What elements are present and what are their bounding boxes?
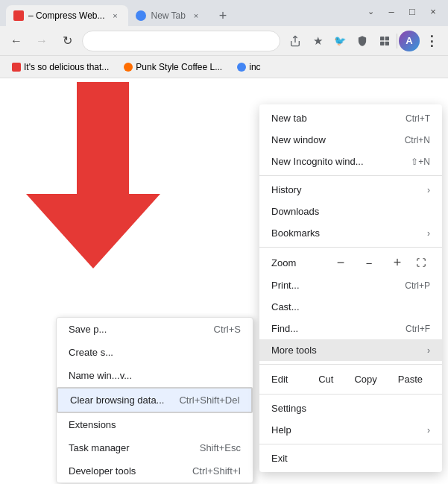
- new-incognito-label: New Incognito wind...: [271, 156, 405, 167]
- more-tools-submenu: Save p... Ctrl+S Create s... Name win...…: [56, 317, 253, 483]
- new-tab-tab[interactable]: New Tab ×: [128, 5, 209, 26]
- find-label: Find...: [271, 323, 400, 334]
- menu-cast[interactable]: Cast...: [259, 296, 442, 318]
- menu-divider-5: [259, 444, 442, 444]
- tab-strip-expand-button[interactable]: ⌄: [362, 3, 379, 21]
- print-shortcut: Ctrl+P: [405, 280, 430, 291]
- submenu-create-shortcut[interactable]: Create s...: [57, 341, 253, 364]
- page-content: Save p... Ctrl+S Create s... Name win...…: [0, 78, 448, 484]
- reload-button[interactable]: ↻: [57, 31, 78, 51]
- more-tools-label: More tools: [271, 345, 421, 356]
- bookmark-item-2[interactable]: Punk Style Coffee L...: [118, 60, 228, 75]
- svg-rect-3: [385, 41, 389, 45]
- submenu-task-manager[interactable]: Task manager Shift+Esc: [57, 436, 253, 459]
- menu-settings[interactable]: Settings: [259, 397, 442, 419]
- compress-web-tab[interactable]: – Compress Web... ×: [6, 5, 128, 26]
- toolbar: ← → ↻ ★ 🐦 A ⋮: [0, 26, 448, 56]
- extensions-label: Extensions: [69, 419, 116, 430]
- new-tab-button[interactable]: +: [212, 5, 233, 26]
- print-label: Print...: [271, 280, 399, 291]
- bookmark-item-3[interactable]: inc: [231, 60, 266, 75]
- submenu-extensions[interactable]: Extensions: [57, 413, 253, 436]
- new-tab-shortcut: Ctrl+T: [406, 113, 430, 124]
- menu-find[interactable]: Find... Ctrl+F: [259, 318, 442, 339]
- new-tab-label: New tab: [271, 113, 400, 124]
- developer-tools-label: Developer tools: [69, 465, 136, 477]
- zoom-value: –: [356, 257, 382, 268]
- share-icon[interactable]: [285, 31, 306, 51]
- new-incognito-shortcut: ⇧+N: [411, 157, 430, 167]
- edit-label: Edit: [271, 374, 305, 385]
- create-shortcut-label: Create s...: [69, 347, 113, 358]
- submenu-save-page[interactable]: Save p... Ctrl+S: [57, 318, 253, 341]
- submenu-name-window[interactable]: Name win...v...: [57, 364, 253, 387]
- menu-new-window[interactable]: New window Ctrl+N: [259, 129, 442, 151]
- red-arrow-1: [45, 82, 160, 268]
- menu-divider-1: [259, 175, 442, 176]
- submenu-developer-tools[interactable]: Developer tools Ctrl+Shift+I: [57, 459, 253, 483]
- submenu-clear-browsing[interactable]: Clear browsing data... Ctrl+Shift+Del: [57, 387, 253, 413]
- menu-divider-3: [259, 364, 442, 365]
- bookmark-favicon-2: [124, 63, 133, 72]
- exit-label: Exit: [271, 453, 430, 464]
- paste-button[interactable]: Paste: [391, 371, 430, 388]
- forward-button[interactable]: →: [31, 31, 52, 51]
- bookmark-item-1[interactable]: It's so delicious that...: [6, 60, 115, 75]
- menu-more-tools[interactable]: More tools ›: [259, 339, 442, 361]
- downloads-label: Downloads: [271, 206, 430, 217]
- task-manager-shortcut: Shift+Esc: [200, 442, 241, 453]
- menu-bookmarks[interactable]: Bookmarks ›: [259, 222, 442, 244]
- pinned-extension-bird-icon[interactable]: 🐦: [329, 31, 350, 51]
- edit-row: Edit Cut Copy Paste: [259, 368, 442, 391]
- find-shortcut: Ctrl+F: [406, 324, 430, 334]
- tab-bar: – Compress Web... × New Tab × +: [6, 0, 233, 26]
- shield-icon[interactable]: [352, 31, 373, 51]
- tab-favicon-newtab: [136, 10, 146, 21]
- name-window-label: Name win...v...: [69, 370, 132, 381]
- extensions-icon[interactable]: [374, 31, 395, 51]
- new-tab-title: New Tab: [151, 10, 185, 21]
- minimize-button[interactable]: –: [382, 3, 400, 21]
- menu-exit[interactable]: Exit: [259, 447, 442, 469]
- menu-print[interactable]: Print... Ctrl+P: [259, 274, 442, 296]
- clear-browsing-label: Clear browsing data...: [70, 395, 164, 406]
- help-arrow: ›: [427, 425, 430, 436]
- task-manager-label: Task manager: [69, 442, 130, 453]
- back-button[interactable]: ←: [6, 31, 27, 51]
- bookmark-favicon-1: [12, 63, 21, 72]
- more-tools-arrow: ›: [427, 345, 430, 356]
- settings-label: Settings: [271, 403, 430, 414]
- developer-tools-shortcut: Ctrl+Shift+I: [192, 465, 241, 477]
- close-button[interactable]: ×: [424, 3, 442, 21]
- zoom-out-button[interactable]: −: [332, 254, 350, 271]
- cut-button[interactable]: Cut: [311, 371, 341, 388]
- bookmark-star-icon[interactable]: ★: [307, 31, 328, 51]
- menu-downloads[interactable]: Downloads: [259, 201, 442, 222]
- menu-new-incognito[interactable]: New Incognito wind... ⇧+N: [259, 151, 442, 172]
- maximize-button[interactable]: □: [403, 3, 421, 21]
- tab-close-compress[interactable]: ×: [109, 10, 121, 22]
- bookmark-label-2: Punk Style Coffee L...: [136, 62, 222, 72]
- profile-avatar[interactable]: A: [399, 31, 420, 51]
- toolbar-separator: [397, 34, 397, 48]
- menu-new-tab[interactable]: New tab Ctrl+T: [259, 107, 442, 129]
- bookmark-label-1: It's so delicious that...: [24, 62, 109, 72]
- cast-label: Cast...: [271, 301, 430, 312]
- chrome-menu-button[interactable]: ⋮: [421, 31, 442, 51]
- title-bar: – Compress Web... × New Tab × + ⌄ – □ ×: [0, 0, 448, 26]
- menu-history[interactable]: History ›: [259, 179, 442, 201]
- new-window-label: New window: [271, 134, 399, 145]
- copy-button[interactable]: Copy: [347, 371, 384, 388]
- history-label: History: [271, 184, 421, 195]
- zoom-in-button[interactable]: +: [388, 254, 406, 271]
- tab-favicon-compress: [13, 10, 24, 21]
- clear-browsing-shortcut: Ctrl+Shift+Del: [179, 395, 239, 406]
- fullscreen-button[interactable]: [412, 254, 430, 271]
- new-window-shortcut: Ctrl+N: [405, 135, 430, 145]
- chrome-main-menu: New tab Ctrl+T New window Ctrl+N New Inc…: [259, 104, 442, 472]
- menu-help[interactable]: Help ›: [259, 419, 442, 441]
- address-bar[interactable]: [82, 31, 280, 51]
- tab-close-newtab[interactable]: ×: [190, 10, 202, 22]
- bookmarks-menu-label: Bookmarks: [271, 227, 421, 239]
- compress-web-tab-title: – Compress Web...: [28, 10, 104, 21]
